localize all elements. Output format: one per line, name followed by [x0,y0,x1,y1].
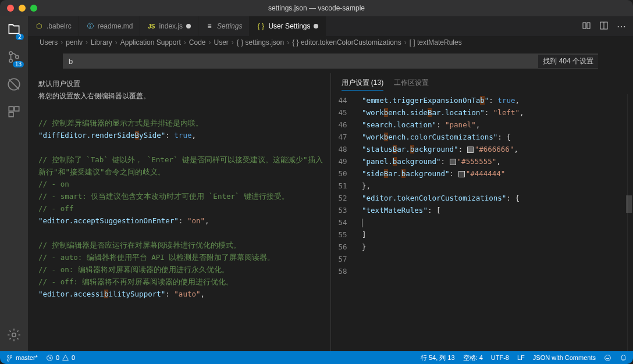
svg-point-7 [12,333,16,337]
svg-rect-8 [583,23,586,28]
js-icon: JS [147,22,155,30]
svg-point-2 [16,55,19,58]
minimap[interactable] [627,94,633,351]
window-maximize[interactable] [30,5,37,12]
settings-search: 找到 404 个设置 [63,53,598,69]
breadcrumb-item[interactable]: User [214,38,228,47]
tab-user-settings[interactable]: 用户设置 (13) [342,78,384,91]
window-close[interactable] [7,5,14,12]
scm-icon[interactable]: 13 [6,49,22,66]
breadcrumb-item[interactable]: Users [40,38,58,47]
feedback-icon[interactable] [604,354,611,362]
tab-workspace-settings[interactable]: 工作区设置 [394,78,429,91]
status-indent[interactable]: 空格: 4 [463,354,483,362]
explorer-icon[interactable]: 2 [6,22,22,39]
status-language[interactable]: JSON with Comments [533,354,596,361]
search-input[interactable] [63,57,538,66]
json-icon: { } [257,22,265,30]
default-settings-header: 默认用户设置 [38,79,320,89]
user-settings-pane: 用户设置 (13) 工作区设置 44 "emmet.triggerExpansi… [331,73,634,351]
editor-tabs: ⬡.babelrc🛈readme.mdJSindex.js≡Settings{ … [28,16,633,36]
md-icon: 🛈 [86,22,94,30]
dirty-indicator [186,24,191,28]
svg-point-0 [9,52,12,55]
status-problems[interactable]: 0 0 [46,354,75,362]
breadcrumb-item[interactable]: Application Support [120,38,181,47]
activity-bar: 2 13 [0,16,28,351]
svg-rect-9 [587,23,590,28]
more-icon[interactable]: ⋯ [617,21,626,32]
breadcrumb-item[interactable]: [ ] textMateRules [410,38,462,47]
dirty-indicator [314,24,318,28]
search-result-count: 找到 404 个设置 [538,55,598,68]
status-eol[interactable]: LF [517,354,525,361]
tab--babelrc[interactable]: ⬡.babelrc [28,16,79,36]
tab-readme-md[interactable]: 🛈readme.md [79,16,141,36]
status-encoding[interactable]: UTF-8 [491,354,509,361]
window-minimize[interactable] [19,5,26,12]
svg-rect-6 [9,112,13,117]
status-bar: master* 0 0 行 54, 列 13 空格: 4 UTF-8 LF JS… [0,351,633,364]
breadcrumb-item[interactable]: Library [91,38,112,47]
settings-icon: ≡ [205,22,214,30]
default-settings-subheader: 将您的设置放入右侧编辑器以覆盖。 [38,91,320,101]
diff-icon[interactable] [582,21,591,32]
breadcrumb-item[interactable]: penlv [66,38,83,47]
tab-user-settings[interactable]: { }User Settings [250,16,326,36]
tab-index-js[interactable]: JSindex.js [140,16,198,36]
breadcrumb-item[interactable]: { } settings.json [237,38,284,47]
default-settings-pane: 默认用户设置 将您的设置放入右侧编辑器以覆盖。 // 控制差异编辑器的显示方式是… [28,73,331,351]
bell-icon[interactable] [620,354,627,362]
default-settings-editor[interactable]: // 控制差异编辑器的显示方式是并排还是内联。"diffEditor.rende… [28,105,330,351]
settings-gear-icon[interactable] [6,327,22,344]
split-icon[interactable] [599,21,609,32]
user-settings-editor[interactable]: 44 "emmet.triggerExpansionOnTab": true,4… [331,94,628,351]
svg-point-1 [9,59,12,62]
titlebar: settings.json — vscode-sample [0,0,633,16]
svg-point-13 [605,355,611,361]
breadcrumb-item[interactable]: Code [189,38,206,47]
svg-rect-4 [9,106,13,111]
git-branch[interactable]: master* [6,354,38,362]
svg-rect-5 [15,106,19,111]
window-title: settings.json — vscode-sample [0,4,633,12]
scrollbar-thumb[interactable] [626,195,632,213]
debug-icon[interactable] [6,77,22,94]
tab-settings[interactable]: ≡Settings [198,16,250,36]
extensions-icon[interactable] [6,104,22,121]
babel-icon: ⬡ [35,22,43,30]
breadcrumb[interactable]: Users›penlv›Library›Application Support›… [28,36,633,49]
breadcrumb-item[interactable]: { } editor.tokenColorCustomizations [292,38,401,47]
status-cursor[interactable]: 行 54, 列 13 [421,354,455,362]
